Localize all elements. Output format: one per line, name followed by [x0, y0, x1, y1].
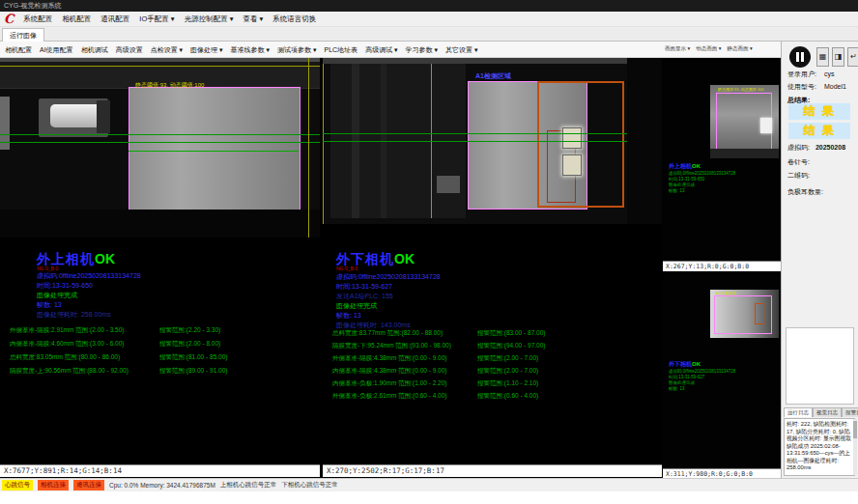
thumb-threshold-text: A1检测区域	[716, 291, 736, 295]
title-bar: CYG-视觉检测系统	[0, 0, 858, 12]
tool-test-params[interactable]: 测试项参数 ▾	[277, 45, 316, 55]
menu-system-config[interactable]: 系统配置	[23, 14, 52, 24]
menu-comm-config[interactable]: 通讯配置	[100, 14, 129, 24]
alarm-range: 报警范围:(83.00 - 87.00)	[477, 329, 545, 338]
tool-camera-debug[interactable]: 相机调试	[81, 45, 108, 55]
tool-spotcheck-settings[interactable]: 点检设置 ▾	[151, 45, 183, 55]
save-tool-button[interactable]: ◨	[832, 47, 844, 67]
thumb-tool-display[interactable]: 画面显示 ▾	[665, 45, 690, 52]
thumbnail-overlay-text: 外上相机OK 虚拟码:0ffline20250208133134728 时间:1…	[669, 162, 736, 194]
upper-camera-view[interactable]: 静态阈值:93, 动态阈值:100 外上相机OK NG:0_B:0 虚拟码:0f…	[0, 58, 320, 464]
mini-ok: OK	[692, 163, 701, 169]
tab-run-image[interactable]: 运行图像	[2, 28, 44, 42]
virtual-code-row: 虚拟码: 20250208	[787, 143, 845, 153]
thumb-tool-dynamic[interactable]: 动态画面 ▾	[696, 45, 721, 52]
menu-camera-config[interactable]: 相机配置	[62, 14, 91, 24]
scrollbar-thumb[interactable]	[853, 421, 857, 438]
status-bar: 心跳信号 相机连接 通讯连接 Cpu: 0.0% Memory: 3424.41…	[0, 478, 858, 491]
upper-camera-image[interactable]: 静态阈值:93, 动态阈值:100	[0, 58, 320, 238]
log-text-area[interactable]: 耗时: 222, 缺陷检测耗时: 17, 缺陷分类耗时: 0, 缺陷视频分区耗时…	[784, 418, 855, 476]
log-tab-bar: 运行日志 视觉日志 报警日志	[784, 407, 858, 417]
process-done-line: 图像处理完成	[37, 291, 77, 300]
menu-bar: C 系统配置 相机配置 通讯配置 IO手配置 ▾ 光源控制配置 ▾ 查看 ▾ 系…	[0, 12, 858, 27]
negative-tab-count-label: 负极耳数量:	[787, 187, 823, 197]
roi-label: A1检测区域	[475, 71, 511, 81]
lower-camera-view[interactable]: A1检测区域 外下相机OK NG:0_B:0 虚拟码:0ffline202502…	[323, 58, 662, 464]
alarm-range: 报警范围:(81.00 - 85.00)	[159, 353, 227, 362]
right-sidebar: ▦ ◨ ↵ 登录用户: cys 使用型号: Model1 总结果: 结 果 结 …	[781, 42, 858, 478]
tool-camera-config[interactable]: 相机配置	[5, 45, 32, 55]
camera-tool-button[interactable]: ▦	[816, 47, 829, 67]
virtual-code-value: 20250208	[815, 144, 845, 151]
result-box-lower: 结 果	[788, 123, 850, 139]
menu-light-config[interactable]: 光源控制配置 ▾	[185, 14, 234, 24]
tool-baseline-params[interactable]: 基准线参数 ▾	[231, 45, 270, 55]
tool-advanced-settings[interactable]: 高级设置	[116, 45, 143, 55]
mini-ok: OK	[692, 361, 701, 367]
lower-camera-coord-bar: X:270;Y:2502;R:17;G:17;B:17	[323, 464, 662, 477]
thumb-tool-static[interactable]: 静态画面 ▾	[728, 45, 753, 52]
measure-green-line	[129, 151, 299, 152]
ok-status: OK	[394, 251, 415, 266]
thumbnail-column: 静态阈值:93, 动态阈值:100 外上相机OK 虚拟码:0ffline2025…	[663, 58, 781, 464]
log-scrollbar[interactable]	[853, 419, 857, 475]
heartbeat-badge: 心跳信号	[2, 480, 33, 490]
menu-language-switch[interactable]: 系统语言切换	[272, 14, 316, 24]
log-tab-run[interactable]: 运行日志	[784, 407, 813, 417]
mini-camera-name: 外上相机	[669, 163, 692, 169]
mini-line: 帧数: 13	[669, 386, 736, 392]
measurement-row: 内侧基准-隔膜:4.60mm 范围:(3.00 - 6.00)	[10, 340, 124, 349]
log-tab-alarm[interactable]: 报警日志	[842, 407, 858, 417]
thumb-orange-box	[755, 303, 764, 324]
machine-bottom-dark	[0, 210, 320, 238]
lower-camera-image[interactable]: A1检测区域	[323, 58, 662, 224]
thumbnail-image[interactable]: 静态阈值:93, 动态阈值:100	[710, 85, 779, 158]
panel-detail	[437, 176, 460, 193]
log-tab-vision[interactable]: 视觉日志	[813, 407, 842, 417]
result-box-upper: 结 果	[788, 103, 850, 120]
toolbar: 相机配置 AI使用配置 相机调试 高级设置 点检设置 ▾ 图像处理 ▾ 基准线参…	[0, 42, 781, 58]
login-user-value: cys	[824, 70, 835, 77]
threshold-overlay: 静态阈值:93, 动态阈值:100	[135, 81, 204, 90]
tool-advanced-debug[interactable]: 高级调试 ▾	[365, 45, 397, 55]
baseline-green-2	[323, 141, 662, 142]
measurement-row: 内侧基准-隔膜:4.38mm 范围:(0.00 - 9.00)	[332, 367, 446, 376]
measurement-row: 外侧基准-隔膜:2.91mm 范围:(2.00 - 3.50)	[10, 326, 124, 335]
process-done-line: 图像处理完成	[336, 301, 377, 311]
menu-io-config[interactable]: IO手配置 ▾	[139, 14, 174, 24]
plc-send-line: 发送A1给PLC: 155	[336, 292, 393, 301]
return-icon: ↵	[850, 52, 857, 61]
tool-learning-params[interactable]: 学习参数 ▾	[406, 45, 438, 55]
frame-count-line: 帧数: 13	[37, 300, 62, 310]
result-list-box[interactable]	[786, 327, 854, 405]
return-tool-button[interactable]: ↵	[847, 47, 858, 67]
camera-name: 外上相机	[37, 251, 95, 266]
time-line: 时间:13-31-59-650	[37, 281, 93, 291]
thumbnail-toolbar: 画面显示 ▾ 动态画面 ▾ 静态画面 ▾	[665, 45, 753, 52]
measurement-row: 外侧基准-隔膜:4.38mm 范围:(0.00 - 9.00)	[332, 354, 446, 363]
thumbnail-coord-bar: X:267;Y:13;R:0;G:0;B:0	[663, 261, 781, 271]
pause-button[interactable]	[789, 46, 811, 68]
tool-image-processing[interactable]: 图像处理 ▾	[190, 45, 222, 55]
ng-counter: NG:0_B:0	[336, 266, 358, 271]
tool-other-settings[interactable]: 其它设置 ▾	[445, 45, 477, 55]
model-label: 使用型号:	[787, 83, 816, 90]
virtual-code-label: 虚拟码:	[787, 144, 810, 151]
comm-connect-badge: 通讯连接	[73, 480, 104, 490]
upper-camera-thumbnail-panel[interactable]: 静态阈值:93, 动态阈值:100 外上相机OK 虚拟码:0ffline2025…	[663, 60, 781, 271]
thumbnail-image[interactable]: A1检测区域	[710, 290, 779, 338]
thumbnail-overlay-text: 外下相机OK 虚拟码:0ffline20250208133134728 时间:1…	[669, 360, 736, 392]
alarm-range: 报警范围:(1.10 - 2.10)	[477, 379, 538, 388]
measurement-row: 外侧基准-负极:2.61mm 范围:(0.60 - 4.00)	[332, 392, 446, 401]
alarm-range: 报警范围:(2.00 - 7.00)	[477, 354, 538, 363]
virtual-code-line: 虚拟码:0ffline20250208133134728	[37, 271, 141, 281]
led-spot	[562, 127, 582, 149]
tool-ai-config[interactable]: AI使用配置	[40, 45, 73, 55]
lower-camera-thumbnail-panel[interactable]: A1检测区域 外下相机OK 虚拟码:0ffline202502081331347…	[663, 275, 781, 479]
roi-yellow-line-right	[308, 58, 309, 238]
time-line: 时间:13-31-59-627	[336, 282, 392, 292]
ok-status: OK	[95, 251, 115, 266]
mini-camera-name: 外下相机	[669, 361, 692, 367]
menu-view[interactable]: 查看 ▾	[243, 14, 264, 24]
tool-plc-address[interactable]: PLC地址表	[325, 45, 358, 55]
